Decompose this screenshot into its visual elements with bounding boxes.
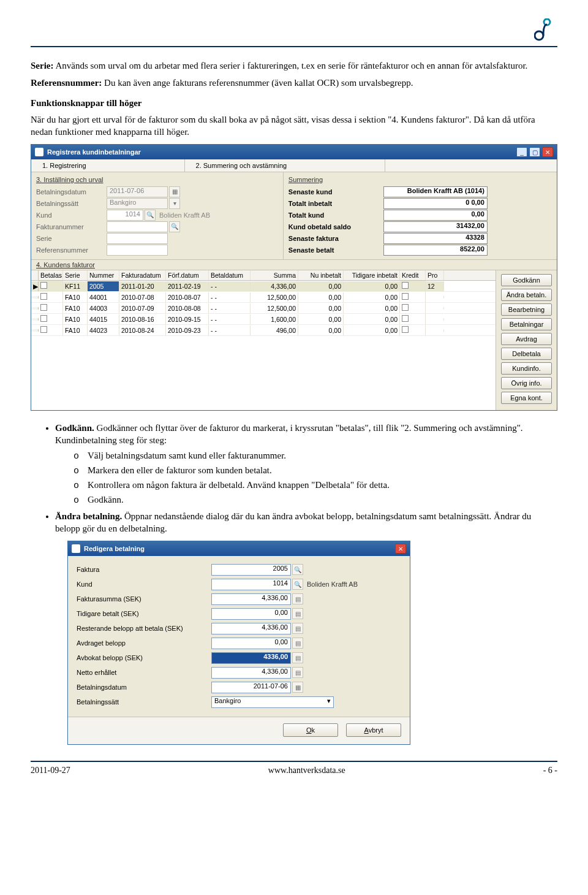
lbl-betalsatt: Betalningssätt xyxy=(36,200,107,207)
close-button[interactable]: ✕ xyxy=(395,544,406,554)
sum-value: 0 0,00 xyxy=(383,198,488,209)
inp-faktnr[interactable] xyxy=(107,221,168,232)
minimize-button[interactable]: _ xyxy=(516,147,527,157)
field-label: Betalningsdatum xyxy=(77,684,211,691)
maximize-button[interactable]: ▢ xyxy=(529,147,540,157)
lookup-icon[interactable]: 🔍 xyxy=(169,221,180,232)
side-button[interactable]: Godkänn xyxy=(501,274,552,286)
side-button[interactable]: Egna kont. xyxy=(501,392,552,404)
grid-header: Betalas Serie Nummer Fakturadatum Förf.d… xyxy=(31,270,496,281)
checkbox[interactable] xyxy=(40,304,47,311)
lookup-icon[interactable]: 🔍 xyxy=(292,564,303,575)
checkbox[interactable] xyxy=(40,282,47,289)
close-button[interactable]: ✕ xyxy=(542,147,553,157)
bullet-godkann: Godkänn. Godkänner och flyttar över de f… xyxy=(55,422,557,508)
app-icon xyxy=(72,544,80,553)
table-row[interactable]: FA10440232010-08-242010-09-23- -496,000,… xyxy=(31,325,496,336)
section4-title: 4. Kundens fakturor xyxy=(31,259,557,270)
side-button[interactable]: Ändra betaln. xyxy=(501,289,552,301)
calendar-icon[interactable]: ▦ xyxy=(292,682,303,693)
inp-serie[interactable] xyxy=(107,233,168,244)
field-value[interactable]: 2005 xyxy=(211,564,291,576)
side-button[interactable]: Avdrag xyxy=(501,333,552,345)
calculator-icon[interactable]: ▤ xyxy=(292,652,303,663)
titlebar[interactable]: Registrera kundinbetalningar _ ▢ ✕ xyxy=(31,145,557,159)
checkbox[interactable] xyxy=(402,315,409,322)
checkbox[interactable] xyxy=(40,326,47,333)
para-refnr: Referensnummer: Du kan även ange faktura… xyxy=(31,77,557,89)
checkbox[interactable] xyxy=(402,304,409,311)
side-button[interactable]: Övrig info. xyxy=(501,377,552,389)
field-value[interactable]: 4336,00 xyxy=(211,652,291,664)
lead-serie: Serie: xyxy=(31,61,53,70)
lbl-kund: Kund xyxy=(36,211,107,219)
field-label: Tidigare betalt (SEK) xyxy=(77,610,211,617)
titlebar2[interactable]: Redigera betalning ✕ xyxy=(68,541,410,556)
panel-summering: Summering Senaste kundBoliden Krafft AB … xyxy=(284,172,557,259)
window-title: Registrera kundinbetalningar xyxy=(47,148,514,156)
field-value[interactable]: 2011-07-06 xyxy=(211,682,291,693)
lbl-betaldatum: Betalningsdatum xyxy=(36,188,107,196)
sum-value: 43328 xyxy=(383,233,488,244)
field-value[interactable]: 4,336,00 xyxy=(211,667,291,679)
sum-value: 8522,00 xyxy=(383,245,488,256)
table-row[interactable]: FA10440152010-08-162010-09-15- -1,600,00… xyxy=(31,314,496,325)
table-row[interactable]: FA10440032010-07-092010-08-08- -12,500,0… xyxy=(31,303,496,314)
inp-kund[interactable]: 1014 xyxy=(107,210,143,221)
side-button[interactable]: Delbetala xyxy=(501,348,552,360)
window-registrera: Registrera kundinbetalningar _ ▢ ✕ 1. Re… xyxy=(31,144,557,411)
inp-betaldatum[interactable]: 2011-07-06 xyxy=(107,186,168,197)
side-button[interactable]: Bearbetning xyxy=(501,303,552,316)
field-value[interactable]: 1014 xyxy=(211,579,291,590)
calculator-icon[interactable]: ▤ xyxy=(292,667,303,678)
svg-point-1 xyxy=(535,31,543,40)
field-value[interactable]: 0,00 xyxy=(211,608,291,620)
field-value[interactable]: 4,336,00 xyxy=(211,593,291,605)
tab-summering[interactable]: 2. Summering och avstämning xyxy=(185,159,386,172)
sum-value: 31432,00 xyxy=(383,221,488,232)
brand-logo xyxy=(534,18,551,45)
field-label: Netto erhållet xyxy=(77,669,211,676)
cancel-button[interactable]: Avbryt xyxy=(346,723,401,737)
sum-label: Totalt inbetalt xyxy=(288,200,383,207)
tab-registrering[interactable]: 1. Registrering xyxy=(31,159,185,172)
side-button[interactable]: Kundinfo. xyxy=(501,362,552,375)
sum-value: Boliden Krafft AB (1014) xyxy=(383,186,488,197)
invoice-grid[interactable]: Betalas Serie Nummer Fakturadatum Förf.d… xyxy=(31,270,496,410)
field-value[interactable]: 4,336,00 xyxy=(211,623,291,634)
lookup-icon[interactable]: 🔍 xyxy=(292,579,303,590)
sub-item: Välj betalningsdatum samt kund eller fak… xyxy=(74,449,557,463)
sum-label: Totalt kund xyxy=(288,211,383,219)
select-betalsatt[interactable]: Bankgiro ▾ xyxy=(211,696,334,708)
checkbox[interactable] xyxy=(40,293,47,300)
calculator-icon[interactable]: ▤ xyxy=(292,593,303,604)
ok-button[interactable]: Ok xyxy=(283,723,338,737)
table-row[interactable]: FA10440012010-07-082010-08-07- -12,500,0… xyxy=(31,292,496,303)
checkbox[interactable] xyxy=(402,282,409,289)
field-label: Resterande belopp att betala (SEK) xyxy=(77,625,211,632)
calculator-icon[interactable]: ▤ xyxy=(292,608,303,619)
field-label: Kund xyxy=(77,581,211,588)
sub-item: Kontrollera om någon faktura är delbetal… xyxy=(74,479,557,492)
lbl-serie: Serie xyxy=(36,235,107,242)
side-button[interactable]: Betalningar xyxy=(501,318,552,330)
calculator-icon[interactable]: ▤ xyxy=(292,638,303,649)
field-label: Avbokat belopp (SEK) xyxy=(77,654,211,661)
heading-funktionsknappar: Funktionsknappar till höger xyxy=(31,98,557,109)
lookup-icon[interactable]: 🔍 xyxy=(145,210,156,221)
checkbox[interactable] xyxy=(402,293,409,300)
section3-title: 3. Inställning och urval xyxy=(36,176,278,183)
tab-row: 1. Registrering 2. Summering och avstämn… xyxy=(31,159,557,172)
checkbox[interactable] xyxy=(402,326,409,333)
field-after: Boliden Krafft AB xyxy=(307,581,358,588)
inp-betalsatt[interactable]: Bankgiro xyxy=(107,198,168,209)
table-row[interactable]: ▶KF1120052011-01-202011-02-19- -4,336,00… xyxy=(31,281,496,292)
checkbox[interactable] xyxy=(40,315,47,322)
inp-refnr[interactable] xyxy=(107,245,168,256)
calculator-icon[interactable]: ▤ xyxy=(292,623,303,634)
para-serie: Serie: Används som urval om du arbetar m… xyxy=(31,59,557,72)
field-value[interactable]: 0,00 xyxy=(211,638,291,649)
chevron-down-icon[interactable]: ▾ xyxy=(169,198,180,209)
field-label: Fakturasumma (SEK) xyxy=(77,595,211,603)
calendar-icon[interactable]: ▦ xyxy=(169,186,180,197)
